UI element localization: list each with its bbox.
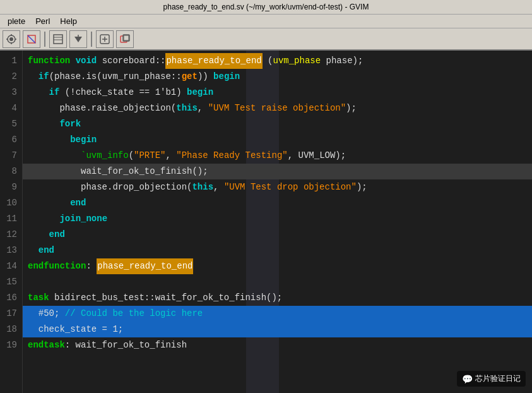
code-line-12: end (23, 227, 532, 243)
line-num-12: 12 (3, 227, 17, 243)
toolbar-sep-1 (44, 32, 45, 47)
kw-function: function (28, 53, 70, 69)
line-num-7: 7 (3, 148, 17, 164)
line-num-15: 15 (3, 274, 17, 290)
toolbar (0, 28, 532, 51)
window-title: phase_ready_to_end.sv (~/my_work/uvm/end… (163, 3, 369, 11)
toolbar-sep-2 (91, 32, 92, 47)
line-num-5: 5 (3, 116, 17, 132)
code-line-7: `uvm_info("PRTE", "Phase Ready Testing",… (23, 148, 532, 164)
code-line-14: endfunction: phase_ready_to_end (23, 258, 532, 274)
code-line-5: fork (23, 116, 532, 132)
line-num-10: 10 (3, 195, 17, 211)
code-line-18: check_state = 1; (23, 322, 532, 337)
menu-perl[interactable]: Perl (30, 15, 55, 27)
watermark-text: 芯片验证日记 (475, 373, 521, 384)
code-line-2: if(phase.is(uvm_run_phase::get)) begin (23, 69, 532, 85)
code-line-8: wait_for_ok_to_finish(); (23, 164, 532, 179)
svg-marker-11 (74, 37, 82, 42)
toolbar-btn-1[interactable] (3, 30, 20, 48)
code-line-6: begin (23, 132, 532, 148)
code-line-10: end (23, 195, 532, 211)
line-num-2: 2 (3, 69, 17, 85)
line-num-6: 6 (3, 132, 17, 148)
line-num-17: 17 (3, 306, 17, 322)
line-num-18: 18 (3, 322, 17, 337)
wechat-icon: 💬 (462, 374, 473, 384)
line-num-3: 3 (3, 85, 17, 100)
line-num-14: 14 (3, 258, 17, 274)
line-numbers: 1 2 3 4 5 6 7 8 9 10 11 12 13 14 15 16 1… (0, 51, 23, 393)
menu-help[interactable]: Help (55, 15, 82, 27)
code-line-1: function void scoreboard::phase_ready_to… (23, 53, 532, 69)
line-num-4: 4 (3, 100, 17, 116)
watermark: 💬 芯片验证日记 (457, 371, 526, 387)
line-num-1: 1 (3, 53, 17, 69)
toolbar-btn-4[interactable] (69, 30, 87, 48)
line-num-11: 11 (3, 211, 17, 227)
code-line-15 (23, 274, 532, 290)
code-line-19: endtask: wait_for_ok_to_finish (23, 337, 532, 353)
line-num-19: 19 (3, 337, 17, 353)
editor[interactable]: 1 2 3 4 5 6 7 8 9 10 11 12 13 14 15 16 1… (0, 51, 532, 393)
code-line-16: task bidirect_bus_test::wait_for_ok_to_f… (23, 290, 532, 306)
line-num-8: 8 (3, 164, 17, 179)
code-line-11: join_none (23, 211, 532, 227)
svg-point-1 (9, 37, 13, 41)
code-line-3: if (!check_state == 1'b1) begin (23, 85, 532, 100)
toolbar-btn-5[interactable] (96, 30, 114, 48)
toolbar-btn-3[interactable] (49, 30, 67, 48)
line-num-13: 13 (3, 243, 17, 258)
menu-bar: plete Perl Help (0, 14, 532, 28)
svg-rect-8 (54, 35, 62, 44)
title-bar: phase_ready_to_end.sv (~/my_work/uvm/end… (0, 0, 532, 14)
code-line-17: #50; // Could be the logic here (23, 306, 532, 322)
code-line-4: phase.raise_objection(this, "UVM Test ra… (23, 100, 532, 116)
code-area[interactable]: function void scoreboard::phase_ready_to… (23, 51, 532, 393)
toolbar-btn-2[interactable] (23, 30, 40, 48)
line-num-9: 9 (3, 179, 17, 195)
line-num-16: 16 (3, 290, 17, 306)
code-line-9: phase.drop_objection(this, "UVM Test dro… (23, 179, 532, 195)
svg-line-7 (28, 35, 35, 43)
menu-plete[interactable]: plete (3, 15, 30, 27)
code-line-13: end (23, 243, 532, 258)
toolbar-btn-6[interactable] (116, 30, 134, 48)
